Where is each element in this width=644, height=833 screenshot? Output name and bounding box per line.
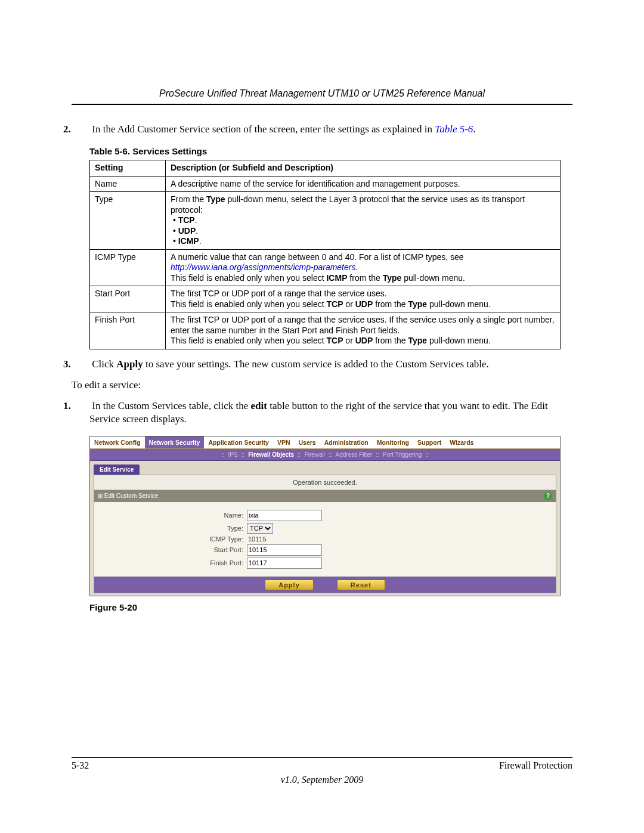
label-name: Name: xyxy=(94,512,247,519)
apply-button[interactable]: Apply xyxy=(265,580,314,590)
bold: ICMP xyxy=(326,273,347,283)
txt: from the xyxy=(373,299,408,309)
help-icon[interactable]: ? xyxy=(544,492,552,500)
button-row: Apply Reset xyxy=(94,577,556,593)
txt: to save your settings. The new custom se… xyxy=(143,358,489,370)
cell-setting: ICMP Type xyxy=(90,249,166,286)
txt: This field is enabled only when you sele… xyxy=(171,299,326,309)
txt: Click xyxy=(92,358,116,370)
step-2: 2. In the Add Customer Service section o… xyxy=(89,123,572,135)
cell-setting: Start Port xyxy=(90,286,166,312)
bold: Apply xyxy=(116,358,143,370)
bold: UDP xyxy=(355,336,373,345)
cell-desc: From the Type pull-down menu, select the… xyxy=(166,192,561,250)
tab-support[interactable]: Support xyxy=(413,436,445,448)
cell-setting: Finish Port xyxy=(90,312,166,349)
edit-service-tab[interactable]: Edit Service xyxy=(94,465,140,475)
txt: pull-down menu. xyxy=(427,336,491,345)
bold: TCP xyxy=(178,215,195,225)
txt: or xyxy=(343,336,355,345)
name-input[interactable] xyxy=(247,510,322,521)
tab-monitoring[interactable]: Monitoring xyxy=(373,436,413,448)
bold: Type xyxy=(408,299,427,309)
table-row: Start Port The first TCP or UDP port of … xyxy=(90,286,561,312)
label-start-port: Start Port: xyxy=(94,546,247,553)
label-finish-port: Finish Port: xyxy=(94,559,247,566)
table-row: Name A descriptive name of the service f… xyxy=(90,176,561,192)
subtab-firewall-objects[interactable]: Firewall Objects xyxy=(248,451,294,458)
subtab-firewall[interactable]: Firewall xyxy=(305,451,325,458)
label-type: Type: xyxy=(94,525,247,532)
services-settings-table: Setting Description (or Subfield and Des… xyxy=(89,160,561,349)
tab-administration[interactable]: Administration xyxy=(320,436,373,448)
edit-service-panel: Operation succeeded. ⊞ Edit Custom Servi… xyxy=(94,475,556,593)
tab-application-security[interactable]: Application Security xyxy=(204,436,273,448)
subtab-port-triggering[interactable]: Port Triggering xyxy=(383,451,422,458)
txt: A numeric value that can range between 0… xyxy=(171,252,464,262)
txt: The first TCP or UDP port of a range tha… xyxy=(171,315,555,335)
running-header: ProSecure Unified Threat Management UTM1… xyxy=(72,88,572,105)
bold: Type xyxy=(383,273,402,283)
step-3-number: 3. xyxy=(76,358,89,370)
operation-succeeded-msg: Operation succeeded. xyxy=(94,475,556,490)
page-number: 5-32 xyxy=(72,760,89,771)
bold: UDP xyxy=(178,226,196,236)
subtab-ips[interactable]: IPS xyxy=(228,451,238,458)
cell-setting: Type xyxy=(90,192,166,250)
doc-version: v1.0, September 2009 xyxy=(72,775,572,785)
bold: edit xyxy=(251,400,267,411)
txt: . xyxy=(355,262,358,272)
txt: The first TCP or UDP port of a range tha… xyxy=(171,289,387,298)
icmp-type-value: 10115 xyxy=(247,535,267,543)
section-title: ⊞ Edit Custom Service xyxy=(98,493,158,499)
cell-setting: Name xyxy=(90,176,166,192)
step-1b-number: 1. xyxy=(76,400,89,412)
tab-vpn[interactable]: VPN xyxy=(273,436,295,448)
table-row: Type From the Type pull-down menu, selec… xyxy=(90,192,561,250)
type-select[interactable]: TCP xyxy=(247,523,273,534)
step-1b: 1. In the Custom Services table, click t… xyxy=(89,400,572,425)
th-description: Description (or Subfield and Description… xyxy=(166,160,561,176)
subtab-address-filter[interactable]: Address Filter xyxy=(336,451,373,458)
tab-users[interactable]: Users xyxy=(295,436,320,448)
txt: From the xyxy=(171,194,206,204)
tab-network-security[interactable]: Network Security xyxy=(145,436,205,448)
tab-wizards[interactable]: Wizards xyxy=(445,436,478,448)
bold: TCP xyxy=(326,299,343,309)
edit-intro: To edit a service: xyxy=(72,379,572,391)
bold: Type xyxy=(206,194,225,204)
sub-tabs: :: IPS:: Firewall Objects:: Firewall:: A… xyxy=(90,449,560,461)
bold: TCP xyxy=(326,336,343,345)
table-row: ICMP Type A numeric value that can range… xyxy=(90,249,561,286)
txt: This field is enabled only when you sele… xyxy=(171,273,326,283)
table-header-row: Setting Description (or Subfield and Des… xyxy=(90,160,561,176)
iana-link[interactable]: http://www.iana.org/assignments/icmp-par… xyxy=(171,262,355,272)
txt: pull-down menu. xyxy=(401,273,465,283)
label-icmp-type: ICMP Type: xyxy=(94,535,247,543)
section-name: Firewall Protection xyxy=(499,760,572,771)
step-2-number: 2. xyxy=(76,123,89,135)
txt: from the xyxy=(347,273,382,283)
bold: UDP xyxy=(355,299,373,309)
cell-desc: A descriptive name of the service for id… xyxy=(166,176,561,192)
th-setting: Setting xyxy=(90,160,166,176)
reset-button[interactable]: Reset xyxy=(337,580,385,590)
txt: This field is enabled only when you sele… xyxy=(171,336,326,345)
cell-desc: The first TCP or UDP port of a range tha… xyxy=(166,286,561,312)
start-port-input[interactable] xyxy=(247,544,322,556)
step-3: 3. Click Apply to save your settings. Th… xyxy=(89,358,572,370)
page-footer: 5-32 Firewall Protection v1.0, September… xyxy=(72,757,572,785)
top-tabs: Network Config Network Security Applicat… xyxy=(90,436,560,449)
edit-service-screenshot: Network Config Network Security Applicat… xyxy=(89,436,561,596)
txt: from the xyxy=(373,336,408,345)
txt: In the Custom Services table, click the xyxy=(92,400,250,411)
form-area: Name: Type: TCP ICMP Type: 10115 Start P… xyxy=(94,502,556,577)
tab-network-config[interactable]: Network Config xyxy=(90,436,145,448)
txt: pull-down menu. xyxy=(427,299,491,309)
step-2-text-b: . xyxy=(473,123,475,135)
table-caption: Table 5-6. Services Settings xyxy=(89,146,572,156)
table-ref-link[interactable]: Table 5-6 xyxy=(435,123,473,135)
finish-port-input[interactable] xyxy=(247,558,322,569)
cell-desc: A numeric value that can range between 0… xyxy=(166,249,561,286)
figure-caption: Figure 5-20 xyxy=(89,602,572,612)
